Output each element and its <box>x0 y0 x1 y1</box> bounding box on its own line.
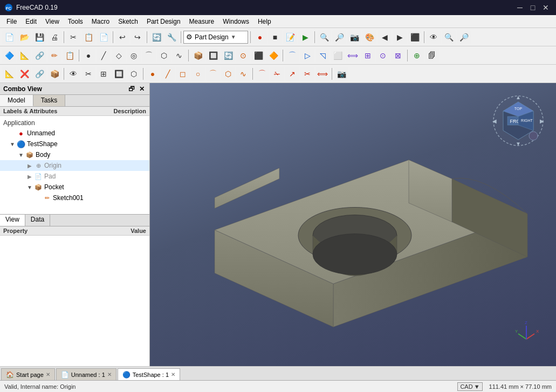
workbench-dropdown[interactable]: ⚙ Part Design ▼ <box>183 31 248 44</box>
sk-circle2-button[interactable]: ○ <box>191 67 205 81</box>
settings-button[interactable]: 🔧 <box>164 30 179 44</box>
pd-pad-button[interactable]: 📦 <box>191 49 205 63</box>
pd-boolean-button[interactable]: ⊕ <box>410 49 424 63</box>
pd-body-button[interactable]: 🔷 <box>2 49 16 63</box>
pd-mirrored-button[interactable]: ⟺ <box>346 49 360 63</box>
nav-btn3[interactable]: ⬛ <box>408 30 422 44</box>
pd-subshape-button[interactable]: ⬛ <box>251 49 265 63</box>
sk-showext-button[interactable]: 📷 <box>334 67 348 81</box>
tab-model[interactable]: Model <box>0 95 33 106</box>
open-button[interactable]: 📂 <box>17 30 31 44</box>
paste-button[interactable]: 📄 <box>97 30 111 44</box>
testshape-expander[interactable]: ▼ <box>9 141 16 147</box>
stop-button[interactable]: ■ <box>268 30 282 44</box>
pd-editsketch-button[interactable]: ✏ <box>47 49 61 63</box>
bottom-tab-startpage[interactable]: 🏠 Start page ✕ <box>1 368 55 380</box>
sk-attach-button[interactable]: 🔗 <box>32 67 46 81</box>
startpage-close-button[interactable]: ✕ <box>46 372 50 377</box>
sk-extend-button[interactable]: ↗ <box>285 67 299 81</box>
pd-linarray-button[interactable]: ⊞ <box>361 49 375 63</box>
pd-thickness-button[interactable]: ⬜ <box>331 49 345 63</box>
pd-fillet-button[interactable]: ⌒ <box>285 49 299 63</box>
minimize-button[interactable]: ─ <box>514 2 526 13</box>
menu-macro[interactable]: Macro <box>87 15 114 27</box>
draw-style-button[interactable]: 🎨 <box>362 30 376 44</box>
view-fit-all-button[interactable]: 🔍 <box>317 30 331 44</box>
menu-file[interactable]: File <box>2 15 21 27</box>
pd-mapsketch-button[interactable]: 📋 <box>63 49 77 63</box>
tree-item-body[interactable]: ▼ 📦 Body <box>0 149 149 160</box>
menu-help[interactable]: Help <box>253 15 276 27</box>
bottom-tab-testshape[interactable]: 🔵 TestShape : 1 ✕ <box>118 368 180 380</box>
testshape-close-button[interactable]: ✕ <box>171 372 175 377</box>
menu-sketch[interactable]: Sketch <box>114 15 142 27</box>
sk-arc2-button[interactable]: ⌒ <box>206 67 220 81</box>
pd-poly-button[interactable]: ⬡ <box>157 49 171 63</box>
pd-chamfer-button[interactable]: ▷ <box>300 49 314 63</box>
pd-attachsketch-button[interactable]: 🔗 <box>32 49 46 63</box>
pd-draft-button[interactable]: ◹ <box>315 49 330 63</box>
pad-expander[interactable]: ▶ <box>26 174 33 180</box>
tree-item-testshape[interactable]: ▼ 🔵 TestShape <box>0 139 149 149</box>
cad-badge[interactable]: CAD ▼ <box>457 382 482 391</box>
tree-item-pocket[interactable]: ▼ 📦 Pocket <box>0 182 149 192</box>
combo-restore-button[interactable]: 🗗 <box>127 85 136 93</box>
tree-item-origin[interactable]: ▶ ⊕ Origin <box>0 160 149 171</box>
sk-poly2-button[interactable]: ⬡ <box>221 67 235 81</box>
menu-windows[interactable]: Windows <box>218 15 253 27</box>
combo-header-buttons[interactable]: 🗗 ✕ <box>127 85 146 93</box>
nav-right-button[interactable]: ▶ <box>393 30 407 44</box>
maximize-button[interactable]: □ <box>527 2 539 13</box>
menu-tools[interactable]: Tools <box>64 15 87 27</box>
origin-expander[interactable]: ▶ <box>26 163 33 169</box>
sk-close-button[interactable]: ❌ <box>17 67 31 81</box>
cut-button[interactable]: ✂ <box>66 30 80 44</box>
bottom-tab-unnamed[interactable]: 📄 Unnamed : 1 ✕ <box>56 368 116 380</box>
undo-button[interactable]: ↩ <box>115 30 129 44</box>
pd-multarray-button[interactable]: ⊠ <box>391 49 405 63</box>
3d-viewport[interactable]: FRONT TOP RIGHT ▲ ▼ ◀ ▶ X <box>150 83 556 366</box>
pd-groove-button[interactable]: ⊙ <box>236 49 250 63</box>
pd-clone-button[interactable]: 🗐 <box>425 49 439 63</box>
vd-tab-data[interactable]: Data <box>25 215 50 226</box>
sk-split-button[interactable]: ✂ <box>300 67 314 81</box>
pd-bezier-button[interactable]: ∿ <box>172 49 186 63</box>
nav-left-button[interactable]: ◀ <box>377 30 392 44</box>
sk-bezier2-button[interactable]: ∿ <box>236 67 250 81</box>
sk-line2-button[interactable]: ╱ <box>161 67 175 81</box>
sk-trim-button[interactable]: ✁ <box>270 67 284 81</box>
sk-view3d-button[interactable]: 👁 <box>66 67 80 81</box>
save-button[interactable]: 💾 <box>32 30 46 44</box>
sk-rect2-button[interactable]: ◻ <box>176 67 190 81</box>
zoom-out-button[interactable]: 🔎 <box>457 30 471 44</box>
sk-fillet2-button[interactable]: ⌒ <box>255 67 269 81</box>
pocket-expander[interactable]: ▼ <box>26 184 33 190</box>
vd-tab-view[interactable]: View <box>0 215 25 226</box>
redo-button[interactable]: ↪ <box>131 30 145 44</box>
combo-close-button[interactable]: ✕ <box>138 85 146 93</box>
pd-pocket-button[interactable]: 🔲 <box>206 49 220 63</box>
tree-item-sketch001[interactable]: ✏ Sketch001 <box>0 192 149 203</box>
new-button[interactable]: 📄 <box>2 30 16 44</box>
pd-rect-button[interactable]: ◇ <box>112 49 126 63</box>
view-standard-button[interactable]: 📷 <box>347 30 361 44</box>
menu-part-design[interactable]: Part Design <box>142 15 185 27</box>
copy-button[interactable]: 📋 <box>81 30 95 44</box>
view-fit-sel-button[interactable]: 🔎 <box>332 30 346 44</box>
nav-cube[interactable]: FRONT TOP RIGHT ▲ ▼ ◀ ▶ <box>491 94 545 148</box>
tree-item-pad[interactable]: ▶ 📄 Pad <box>0 171 149 182</box>
play-button[interactable]: ▶ <box>298 30 312 44</box>
stereo-button[interactable]: 👁 <box>427 30 441 44</box>
print-button[interactable]: 🖨 <box>47 30 61 44</box>
zoom-in-button[interactable]: 🔍 <box>442 30 456 44</box>
tab-tasks[interactable]: Tasks <box>33 95 66 106</box>
refresh-button[interactable]: 🔄 <box>149 30 163 44</box>
pd-addsub-button[interactable]: 🔶 <box>266 49 280 63</box>
unnamed-close-button[interactable]: ✕ <box>107 372 112 377</box>
close-button[interactable]: ✕ <box>540 2 552 13</box>
pd-arc-button[interactable]: ⌒ <box>142 49 156 63</box>
tree-item-unnamed[interactable]: ● Unnamed <box>0 128 149 139</box>
sk-constrtool-button[interactable]: ⬡ <box>127 67 141 81</box>
macro-edit-button[interactable]: 📝 <box>283 30 297 44</box>
menu-view[interactable]: View <box>41 15 64 27</box>
